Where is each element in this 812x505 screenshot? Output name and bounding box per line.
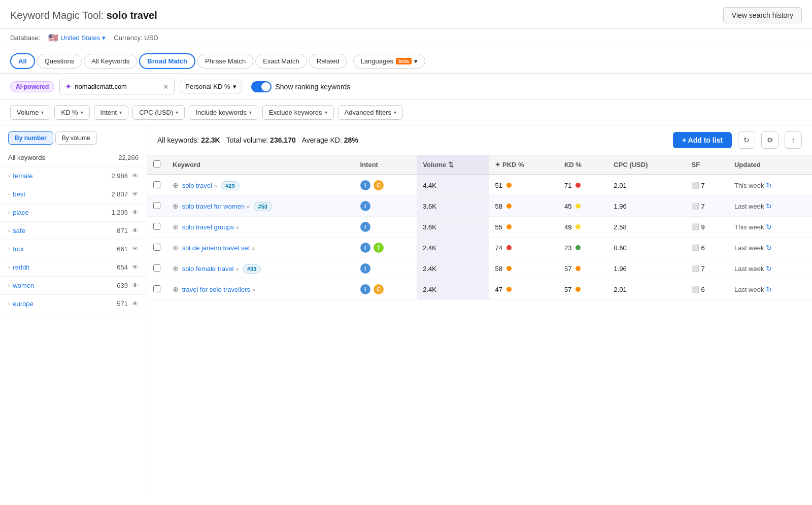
keyword-link[interactable]: solo travel for women <box>182 203 245 210</box>
tab-phrase-match[interactable]: Phrase Match <box>197 54 253 69</box>
col-sf: SF <box>686 155 728 175</box>
view-history-button[interactable]: View search history <box>723 7 802 23</box>
sidebar-item-female[interactable]: › female 2,986 👁 <box>0 167 147 185</box>
tab-all-keywords[interactable]: All Keywords <box>84 54 137 69</box>
eye-icon[interactable]: 👁 <box>132 172 139 180</box>
sidebar-item-tour[interactable]: › tour 661 👁 <box>0 240 147 258</box>
filter-advanced[interactable]: Advanced filters ▾ <box>338 105 403 120</box>
filter-cpc[interactable]: CPC (USD) ▾ <box>132 105 185 120</box>
sidebar-label-female: female <box>13 172 32 180</box>
tab-all[interactable]: All <box>10 53 35 69</box>
sidebar-item-europe[interactable]: › europe 571 👁 <box>0 295 147 313</box>
arrows-icon: » <box>235 266 239 272</box>
sidebar-item-reddit[interactable]: › reddit 654 👁 <box>0 258 147 277</box>
keyword-link[interactable]: sol de janeiro travel set <box>182 244 250 252</box>
sidebar-item-place[interactable]: › place 1,205 👁 <box>0 204 147 222</box>
page-title: Keyword Magic Tool: solo travel <box>10 10 157 21</box>
database-link[interactable]: 🇺🇸 United States ▾ <box>48 33 106 43</box>
eye-icon[interactable]: 👁 <box>132 282 139 289</box>
filter-volume[interactable]: Volume ▾ <box>10 105 50 120</box>
refresh-icon[interactable]: ↻ <box>766 264 772 273</box>
row-checkbox[interactable] <box>153 202 160 209</box>
updated-cell: This week ↻ <box>728 175 812 196</box>
domain-input-wrap[interactable]: ✦ ✕ <box>59 79 175 94</box>
refresh-icon[interactable]: ↻ <box>766 244 772 252</box>
keyword-link[interactable]: travel for solo travellers <box>182 286 250 293</box>
pkd-cell: 47 <box>489 279 558 300</box>
settings-button[interactable]: ⚙ <box>761 131 779 149</box>
sidebar-item-best[interactable]: › best 2,807 👁 <box>0 185 147 204</box>
filter-kd-label: KD % <box>61 109 78 116</box>
tab-broad-match[interactable]: Broad Match <box>139 53 195 69</box>
eye-icon[interactable]: 👁 <box>132 209 139 216</box>
eye-icon[interactable]: 👁 <box>132 245 139 253</box>
select-all-header[interactable] <box>147 155 166 175</box>
row-checkbox-cell[interactable] <box>147 258 166 279</box>
tab-exact-match[interactable]: Exact Match <box>255 54 307 69</box>
all-keywords-value: 22.3K <box>201 136 220 144</box>
export-button[interactable]: ↑ <box>785 131 802 149</box>
sparkle-icon: ✦ <box>65 82 72 91</box>
filter-exclude-keywords[interactable]: Exclude keywords ▾ <box>262 105 334 120</box>
filter-kd[interactable]: KD % ▾ <box>54 105 89 120</box>
row-checkbox-cell[interactable] <box>147 175 166 196</box>
table-row: ⊕ travel for solo travellers » I C 2.4K … <box>147 279 812 300</box>
row-checkbox[interactable] <box>153 264 160 272</box>
tab-related[interactable]: Related <box>309 54 347 69</box>
languages-button[interactable]: Languages beta ▾ <box>353 54 425 69</box>
show-ranking-toggle[interactable] <box>251 81 272 92</box>
table-row: ⊕ sol de janeiro travel set » I T 2.4K 7… <box>147 238 812 258</box>
intent-badge-i: I <box>360 263 370 274</box>
row-checkbox-cell[interactable] <box>147 279 166 300</box>
refresh-button[interactable]: ↻ <box>738 131 755 149</box>
keyword-link[interactable]: solo travel <box>182 182 212 189</box>
filter-include-keywords[interactable]: Include keywords ▾ <box>189 105 258 120</box>
eye-icon[interactable]: 👁 <box>132 263 139 271</box>
row-checkbox[interactable] <box>153 244 160 251</box>
chevron-down-icon: ▾ <box>394 110 396 115</box>
add-to-list-button[interactable]: + Add to list <box>673 132 732 148</box>
keyword-link[interactable]: solo female travel <box>182 265 234 273</box>
refresh-icon[interactable]: ↻ <box>766 181 772 189</box>
keyword-link[interactable]: solo travel groups <box>182 223 234 231</box>
intent-badge-i: I <box>360 201 370 211</box>
chevron-down-icon: ▾ <box>102 34 106 42</box>
refresh-icon[interactable]: ↻ <box>766 223 772 231</box>
col-volume[interactable]: Volume ⇅ <box>417 155 489 175</box>
sf-icon: ⬜ <box>692 203 699 210</box>
tab-questions[interactable]: Questions <box>37 54 82 69</box>
eye-icon[interactable]: 👁 <box>132 190 139 198</box>
row-checkbox[interactable] <box>153 223 160 230</box>
eye-icon[interactable]: 👁 <box>132 300 139 308</box>
total-volume-value: 236,170 <box>270 136 296 144</box>
kd-cell: 57 <box>558 279 607 300</box>
refresh-icon[interactable]: ↻ <box>766 285 772 293</box>
row-checkbox[interactable] <box>153 181 160 188</box>
row-checkbox-cell[interactable] <box>147 196 166 217</box>
kd-dot <box>576 204 581 209</box>
sort-by-number-button[interactable]: By number <box>8 131 53 145</box>
sidebar-item-safe[interactable]: › safe 871 👁 <box>0 222 147 240</box>
domain-input[interactable] <box>75 83 160 90</box>
pkd-cell: 51 <box>489 175 558 196</box>
kd-select[interactable]: Personal KD % ▾ <box>180 80 242 93</box>
eye-icon[interactable]: 👁 <box>132 227 139 234</box>
pkd-dot <box>506 224 512 229</box>
sidebar-all-keywords-row[interactable]: All keywords 22,266 <box>0 149 147 167</box>
database-value: United States <box>60 34 100 42</box>
sidebar-item-women[interactable]: › women 639 👁 <box>0 277 147 295</box>
row-checkbox[interactable] <box>153 285 160 292</box>
intent-badge-i: I <box>360 243 370 253</box>
sidebar-all-keywords-label: All keywords <box>8 154 45 161</box>
refresh-icon[interactable]: ↻ <box>766 202 772 210</box>
select-all-checkbox[interactable] <box>153 160 160 167</box>
sort-by-volume-button[interactable]: By volume <box>55 131 97 145</box>
clear-icon[interactable]: ✕ <box>163 83 169 91</box>
row-checkbox-cell[interactable] <box>147 238 166 258</box>
rank-badge: #33 <box>243 264 261 274</box>
pkd-dot <box>506 287 512 292</box>
filter-intent[interactable]: Intent ▾ <box>94 105 129 120</box>
total-volume-label: Total volume: 236,170 <box>226 136 296 144</box>
row-checkbox-cell[interactable] <box>147 217 166 238</box>
updated-text: Last week <box>734 244 764 252</box>
